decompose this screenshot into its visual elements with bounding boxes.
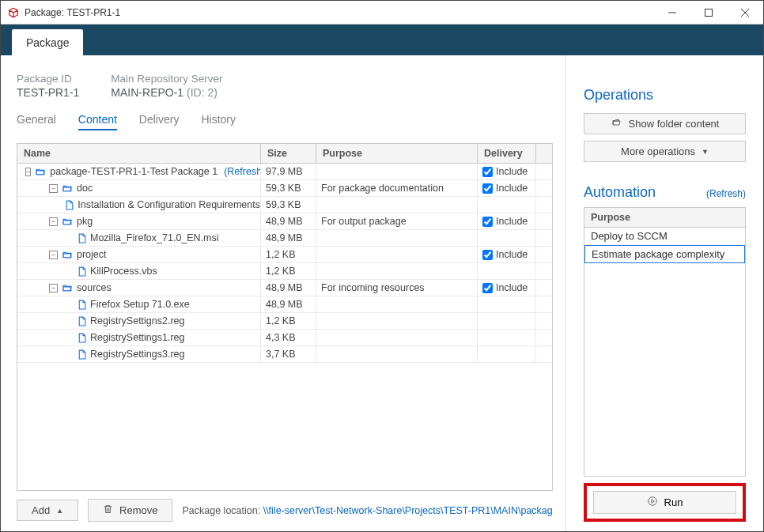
include-label: Include — [496, 216, 528, 227]
subtab-delivery[interactable]: Delivery — [139, 113, 180, 130]
row-purpose — [316, 164, 478, 179]
row-size: 48,9 MB — [261, 230, 316, 246]
window-title: Package: TEST-PR1-1 — [25, 7, 654, 18]
folder-icon — [61, 183, 74, 194]
folder-icon — [34, 167, 47, 177]
tree-row[interactable]: Mozilla_Firefox_71.0_EN.msi48,9 MB — [17, 230, 552, 247]
subtab-history[interactable]: History — [201, 113, 236, 130]
more-operations-button[interactable]: More operations▼ — [584, 141, 746, 162]
row-size: 48,9 MB — [261, 280, 316, 296]
row-name: RegistrySettings1.reg — [90, 332, 185, 343]
include-checkbox[interactable] — [482, 283, 493, 293]
folder-icon — [61, 283, 74, 293]
expand-toggle[interactable]: − — [49, 284, 58, 292]
minimize-button[interactable] — [654, 1, 690, 24]
row-size: 97,9 MB — [261, 164, 316, 179]
subtab-general[interactable]: General — [17, 113, 56, 130]
include-checkbox[interactable] — [482, 250, 493, 260]
tab-package[interactable]: Package — [12, 29, 83, 55]
add-button[interactable]: Add▲ — [17, 500, 78, 521]
caret-up-icon: ▲ — [56, 507, 63, 515]
repo-value: MAIN-REPO-1 — [111, 86, 183, 99]
row-size: 3,7 KB — [261, 346, 316, 362]
remove-button[interactable]: Remove — [88, 499, 172, 522]
row-size: 48,9 MB — [261, 213, 316, 229]
include-label: Include — [496, 282, 528, 293]
svg-point-4 — [648, 497, 656, 506]
tree-row[interactable]: Installation & Configuration Requirement… — [17, 197, 552, 213]
row-name: doc — [77, 183, 93, 194]
tree-row[interactable]: RegistrySettings3.reg3,7 KB — [17, 346, 552, 363]
refresh-link[interactable]: (Refresh) — [224, 166, 261, 177]
row-name: RegistrySettings3.reg — [90, 349, 185, 360]
run-button[interactable]: Run — [593, 491, 736, 514]
package-location-link[interactable]: \\file-server\Test-Network-Share\Project… — [263, 505, 553, 516]
expand-toggle[interactable]: − — [49, 184, 58, 193]
file-icon — [77, 299, 87, 311]
repo-id: (ID: 2) — [187, 86, 217, 99]
svg-rect-1 — [705, 9, 713, 16]
automation-col-purpose[interactable]: Purpose — [584, 208, 745, 228]
automation-item[interactable]: Estimate package complexity — [584, 245, 745, 263]
subtab-content[interactable]: Content — [78, 113, 117, 130]
row-name: RegistrySettigns2.reg — [90, 315, 185, 326]
row-purpose — [316, 346, 478, 362]
row-name: Mozilla_Firefox_71.0_EN.msi — [90, 232, 219, 243]
folder-open-icon — [611, 118, 622, 130]
file-icon — [77, 266, 87, 277]
tree-row[interactable]: −project1,2 KBInclude — [17, 247, 552, 263]
row-name: sources — [77, 282, 112, 293]
expand-toggle[interactable]: − — [49, 251, 58, 259]
row-size: 1,2 KB — [261, 263, 316, 279]
maximize-button[interactable] — [690, 1, 727, 24]
col-delivery[interactable]: Delivery — [478, 144, 536, 163]
automation-item[interactable]: Deploy to SCCM — [584, 228, 745, 245]
row-size: 1,2 KB — [261, 247, 316, 262]
row-size: 48,9 MB — [261, 296, 316, 312]
main-tabstrip: Package — [1, 25, 763, 55]
file-icon — [77, 232, 87, 244]
row-purpose: For output package — [316, 213, 478, 229]
row-size: 59,3 KB — [261, 180, 316, 196]
show-folder-button[interactable]: Show folder content — [584, 113, 746, 134]
file-icon — [77, 349, 87, 360]
run-highlight-box: Run — [584, 483, 746, 522]
include-checkbox[interactable] — [482, 183, 493, 194]
tree-row[interactable]: −package-TEST-PR1-1-Test Package 1(Refre… — [17, 164, 552, 180]
tree-row[interactable]: RegistrySettings1.reg4,3 KB — [17, 330, 552, 346]
row-purpose: For incoming resources — [316, 280, 478, 296]
automation-refresh-link[interactable]: (Refresh) — [706, 188, 746, 199]
row-purpose — [316, 296, 478, 312]
folder-icon — [61, 250, 74, 260]
include-checkbox[interactable] — [482, 167, 493, 177]
tree-row[interactable]: Firefox Setup 71.0.exe48,9 MB — [17, 296, 552, 313]
file-icon — [77, 315, 87, 327]
include-checkbox[interactable] — [482, 217, 493, 227]
row-purpose — [316, 330, 478, 345]
tree-row[interactable]: KillProcess.vbs1,2 KB — [17, 263, 552, 280]
titlebar: Package: TEST-PR1-1 — [1, 1, 763, 25]
caret-down-icon: ▼ — [702, 148, 709, 156]
col-purpose[interactable]: Purpose — [316, 144, 478, 163]
row-size: 1,2 KB — [261, 313, 316, 329]
repo-label: Main Repository Server — [111, 73, 222, 85]
col-name[interactable]: Name — [17, 144, 261, 163]
tree-row[interactable]: −sources48,9 MBFor incoming resourcesInc… — [17, 280, 552, 296]
row-purpose — [316, 197, 478, 213]
close-button[interactable] — [727, 1, 763, 24]
col-size[interactable]: Size — [261, 144, 316, 163]
row-name: Firefox Setup 71.0.exe — [90, 299, 190, 310]
app-icon — [7, 6, 20, 19]
include-label: Include — [496, 249, 528, 260]
row-name: package-TEST-PR1-1-Test Package 1 — [50, 166, 217, 177]
play-icon — [647, 496, 658, 509]
subtabs: General Content Delivery History — [17, 113, 553, 130]
package-id-value: TEST-PR1-1 — [17, 86, 79, 99]
row-purpose — [316, 313, 478, 329]
tree-row[interactable]: −pkg48,9 MBFor output packageInclude — [17, 213, 552, 230]
expand-toggle[interactable]: − — [25, 168, 31, 176]
tree-row[interactable]: RegistrySettigns2.reg1,2 KB — [17, 313, 552, 330]
tree-row[interactable]: −doc59,3 KBFor package documentationIncl… — [17, 180, 552, 197]
row-size: 4,3 KB — [261, 330, 316, 345]
expand-toggle[interactable]: − — [49, 217, 58, 226]
